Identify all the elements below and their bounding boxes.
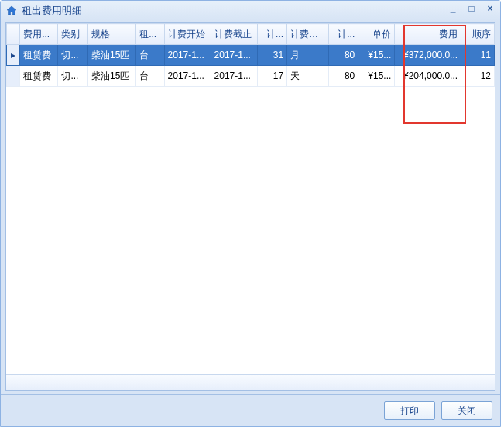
cell-count1: 31 xyxy=(257,45,287,66)
grid-container: 费用... 类别 规格 租... 计费开始 计费截止 计... 计费天... 计… xyxy=(6,23,495,390)
cell-days: 月 xyxy=(287,45,329,66)
row-indicator xyxy=(7,66,20,87)
cell-category: 切... xyxy=(58,45,88,66)
cell-spec: 柴油15匹 xyxy=(87,66,135,87)
content-area: 费用... 类别 规格 租... 计费开始 计费截止 计... 计费天... 计… xyxy=(5,22,495,391)
footer-bar: 打印 关闭 xyxy=(1,394,500,426)
cell-unit-price: ¥15... xyxy=(358,66,395,87)
cell-rent: 台 xyxy=(136,45,164,66)
col-spec[interactable]: 规格 xyxy=(87,24,135,45)
cell-days: 天 xyxy=(287,66,329,87)
window-frame: 租出费用明细 _ □ × xyxy=(0,0,501,427)
cell-end: 2017-1... xyxy=(211,45,257,66)
cell-rent: 台 xyxy=(136,66,164,87)
col-end[interactable]: 计费截止 xyxy=(211,24,257,45)
row-indicator-header xyxy=(7,24,20,45)
cell-order: 12 xyxy=(461,66,495,87)
cell-end: 2017-1... xyxy=(211,66,257,87)
minimize-button[interactable]: _ xyxy=(447,3,458,14)
col-rent[interactable]: 租... xyxy=(136,24,164,45)
cell-fee-name: 租赁费 xyxy=(20,45,58,66)
cell-order: 11 xyxy=(461,45,495,66)
cell-count2: 80 xyxy=(328,66,358,87)
grid-empty-area xyxy=(6,87,495,374)
col-count1[interactable]: 计... xyxy=(257,24,287,45)
close-button[interactable]: × xyxy=(485,3,495,14)
cell-start: 2017-1... xyxy=(164,45,211,66)
cell-fee: ¥372,000.0... xyxy=(395,45,461,66)
header-row: 费用... 类别 规格 租... 计费开始 计费截止 计... 计费天... 计… xyxy=(7,24,495,45)
print-button[interactable]: 打印 xyxy=(384,401,435,420)
close-button-footer[interactable]: 关闭 xyxy=(441,401,492,420)
col-category[interactable]: 类别 xyxy=(58,24,88,45)
cell-count1: 17 xyxy=(257,66,287,87)
table-row[interactable]: ▸ 租赁费 切... 柴油15匹 台 2017-1... 2017-1... 3… xyxy=(7,45,495,66)
maximize-button[interactable]: □ xyxy=(466,3,477,14)
col-unit-price[interactable]: 单价 xyxy=(358,24,395,45)
row-indicator-icon: ▸ xyxy=(7,45,20,66)
home-icon xyxy=(5,5,18,17)
col-order[interactable]: 顺序 xyxy=(461,24,495,45)
col-fee-type[interactable]: 费用... xyxy=(20,24,58,45)
window-controls: _ □ × xyxy=(447,3,495,14)
cell-unit-price: ¥15... xyxy=(358,45,395,66)
window-title: 租出费用明细 xyxy=(22,4,82,18)
col-fee[interactable]: 费用 xyxy=(395,24,461,45)
cell-start: 2017-1... xyxy=(164,66,211,87)
col-days[interactable]: 计费天... xyxy=(287,24,329,45)
cell-fee-name: 租赁费 xyxy=(20,66,58,87)
col-count2[interactable]: 计... xyxy=(328,24,358,45)
cell-spec: 柴油15匹 xyxy=(87,45,135,66)
cell-category: 切... xyxy=(58,66,88,87)
status-strip xyxy=(6,374,495,390)
cell-fee: ¥204,000.0... xyxy=(395,66,461,87)
title-bar: 租出费用明细 _ □ × xyxy=(1,1,500,21)
data-grid[interactable]: 费用... 类别 规格 租... 计费开始 计费截止 计... 计费天... 计… xyxy=(6,23,495,87)
table-row[interactable]: 租赁费 切... 柴油15匹 台 2017-1... 2017-1... 17 … xyxy=(7,66,495,87)
col-start[interactable]: 计费开始 xyxy=(164,24,211,45)
cell-count2: 80 xyxy=(328,45,358,66)
